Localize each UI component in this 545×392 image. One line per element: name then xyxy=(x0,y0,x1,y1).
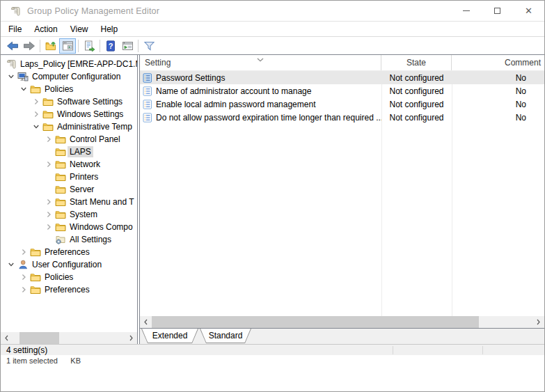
window-title: Group Policy Management Editor xyxy=(27,6,159,16)
tree-item-laps-policy-emre-app-dc1-m[interactable]: Laps_Policy [EMRE-APP-DC1.M xyxy=(1,58,137,70)
tree-item-windows-settings[interactable]: Windows Settings xyxy=(1,108,137,120)
cell-setting[interactable]: Enable local admin password management xyxy=(140,100,381,109)
tree-item-control-panel[interactable]: Control Panel xyxy=(1,133,137,146)
scroll-left-icon[interactable] xyxy=(1,332,13,344)
chevron-collapsed-icon[interactable] xyxy=(30,111,42,118)
tree-item-administrative-temp[interactable]: Administrative Temp xyxy=(1,120,137,133)
close-button[interactable]: ✕ xyxy=(513,1,544,21)
tree-item-server[interactable]: Server xyxy=(1,183,137,196)
results-column: Setting State Comment Password SettingsN… xyxy=(139,55,544,344)
chevron-collapsed-icon[interactable] xyxy=(42,211,54,218)
tree-item-label[interactable]: User Configuration xyxy=(30,259,104,270)
tree-item-label[interactable]: Software Settings xyxy=(55,96,125,107)
tree-item-printers[interactable]: Printers xyxy=(1,171,137,183)
tree-item-all-settings[interactable]: All Settings xyxy=(1,233,137,246)
tree-item-system[interactable]: System xyxy=(1,208,137,221)
tree-item-preferences[interactable]: Preferences xyxy=(1,246,137,258)
filter-button[interactable] xyxy=(141,38,157,54)
tree-item-label[interactable]: System xyxy=(68,209,100,220)
tree-item-label[interactable]: Server xyxy=(68,184,96,195)
tree-item-label[interactable]: Start Menu and T xyxy=(68,196,136,207)
scrollbar-thumb[interactable] xyxy=(152,316,479,328)
console-tree-toggle-button[interactable] xyxy=(59,38,76,54)
tree-item-label[interactable]: All Settings xyxy=(68,234,113,245)
tree-item-label[interactable]: Policies xyxy=(42,84,75,95)
tree-item-label[interactable]: Windows Compo xyxy=(68,221,135,233)
tree-item-preferences[interactable]: Preferences xyxy=(1,283,137,296)
folder-icon xyxy=(42,121,54,132)
tree-item-label[interactable]: Control Panel xyxy=(68,134,123,145)
minimize-button[interactable] xyxy=(450,1,482,21)
up-one-level-button[interactable] xyxy=(42,38,59,54)
tree-item-network[interactable]: Network xyxy=(1,158,137,171)
back-button[interactable] xyxy=(4,38,21,54)
tree-item-policies[interactable]: Policies xyxy=(1,83,137,95)
scrollbar-thumb[interactable] xyxy=(19,332,59,344)
show-window-button[interactable] xyxy=(119,38,136,54)
scroll-right-icon[interactable] xyxy=(532,316,544,328)
console-tree-pane: Laps_Policy [EMRE-APP-DC1.MComputer Conf… xyxy=(1,55,138,344)
toolbar-separator xyxy=(100,40,100,52)
chevron-collapsed-icon[interactable] xyxy=(42,136,54,143)
table-header: Setting State Comment xyxy=(140,55,544,71)
chevron-expanded-icon[interactable] xyxy=(5,73,17,80)
tree-item-label[interactable]: LAPS xyxy=(68,146,93,157)
help-button[interactable]: ? xyxy=(102,38,119,54)
forward-button[interactable] xyxy=(21,38,38,54)
tab-standard[interactable]: Standard xyxy=(200,329,251,343)
tree-item-laps[interactable]: LAPS xyxy=(1,146,137,158)
tree-item-label[interactable]: Network xyxy=(68,159,102,170)
minimize-icon xyxy=(463,10,470,11)
chevron-collapsed-icon[interactable] xyxy=(30,98,42,105)
settings-row-enable-local-admin-password-management[interactable]: Enable local admin password managementNo… xyxy=(140,97,544,111)
tree-item-label[interactable]: Administrative Temp xyxy=(55,121,134,132)
tree-item-label[interactable]: Preferences xyxy=(42,246,92,258)
chevron-collapsed-icon[interactable] xyxy=(42,224,54,230)
menu-action[interactable]: Action xyxy=(28,22,63,36)
tree-item-label[interactable]: Laps_Policy [EMRE-APP-DC1.M xyxy=(18,58,137,70)
column-header-state[interactable]: State xyxy=(381,55,452,70)
tree-item-policies[interactable]: Policies xyxy=(1,271,137,283)
tree-item-user-configuration[interactable]: User Configuration xyxy=(1,258,137,271)
tree-horizontal-scrollbar[interactable] xyxy=(1,332,137,344)
scroll-right-icon[interactable] xyxy=(125,332,137,344)
chevron-collapsed-icon[interactable] xyxy=(17,286,29,293)
chevron-collapsed-icon[interactable] xyxy=(17,249,29,256)
results-horizontal-scrollbar[interactable] xyxy=(140,316,544,328)
scroll-left-icon[interactable] xyxy=(140,316,152,328)
tree-item-label[interactable]: Policies xyxy=(42,272,75,283)
column-header-comment[interactable]: Comment xyxy=(452,55,544,70)
tree-item-label[interactable]: Printers xyxy=(68,171,100,182)
column-header-setting[interactable]: Setting xyxy=(140,55,381,70)
scrollbar-track[interactable] xyxy=(152,316,532,328)
menu-file[interactable]: File xyxy=(2,22,28,36)
export-list-button[interactable] xyxy=(81,38,97,54)
tree-item-start-menu-and-t[interactable]: Start Menu and T xyxy=(1,196,137,208)
scrollbar-track[interactable] xyxy=(13,332,125,344)
cell-setting[interactable]: Name of administrator account to manage xyxy=(140,86,381,96)
menu-view[interactable]: View xyxy=(64,22,95,36)
settings-row-password-settings[interactable]: Password SettingsNot configuredNo xyxy=(140,71,544,84)
tree-item-label[interactable]: Windows Settings xyxy=(55,109,125,120)
cell-state: Not configured xyxy=(381,100,452,109)
tree-item-software-settings[interactable]: Software Settings xyxy=(1,95,137,108)
cell-setting[interactable]: Do not allow password expiration time lo… xyxy=(140,113,381,123)
policy-setting-icon xyxy=(143,86,152,96)
cell-comment: No xyxy=(452,73,544,83)
settings-row-do-not-allow-password-expiration-time-lo[interactable]: Do not allow password expiration time lo… xyxy=(140,111,544,124)
tab-extended[interactable]: Extended xyxy=(141,329,198,343)
chevron-collapsed-icon[interactable] xyxy=(42,161,54,168)
cell-setting[interactable]: Password Settings xyxy=(140,73,381,83)
tree-item-label[interactable]: Preferences xyxy=(42,284,92,295)
tree-item-label[interactable]: Computer Configuration xyxy=(30,71,123,82)
chevron-collapsed-icon[interactable] xyxy=(42,198,54,205)
settings-row-name-of-administrator-account-to-manage[interactable]: Name of administrator account to manageN… xyxy=(140,84,544,97)
chevron-expanded-icon[interactable] xyxy=(5,261,17,268)
chevron-collapsed-icon[interactable] xyxy=(17,274,29,281)
chevron-expanded-icon[interactable] xyxy=(17,86,29,93)
tree-item-windows-compo[interactable]: Windows Compo xyxy=(1,221,137,233)
chevron-expanded-icon[interactable] xyxy=(30,123,42,130)
menu-help[interactable]: Help xyxy=(95,22,125,36)
tree-item-computer-configuration[interactable]: Computer Configuration xyxy=(1,70,137,83)
maximize-button[interactable] xyxy=(482,1,513,21)
